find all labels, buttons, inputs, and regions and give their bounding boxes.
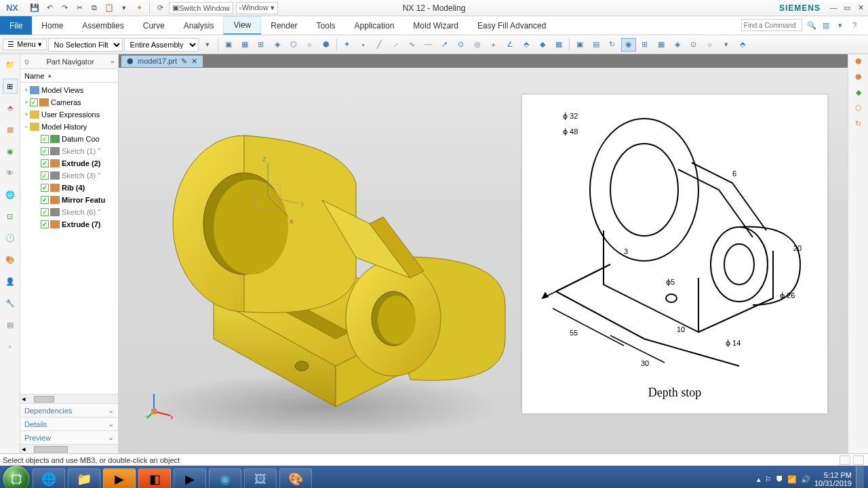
section-dependencies[interactable]: Dependencies⌄ (20, 403, 118, 417)
tray-volume-icon[interactable]: 🔊 (801, 475, 810, 484)
tb-icon-13[interactable]: 〰 (421, 38, 436, 52)
tree-item[interactable]: ✓Extrude (2) (20, 157, 118, 169)
tb-icon-12[interactable]: ∿ (405, 38, 420, 52)
rail-navigator-icon[interactable]: ⊞ (3, 79, 18, 94)
file-tab[interactable]: File (0, 16, 32, 35)
tb-icon-5[interactable]: ⬡ (286, 38, 301, 52)
tab-mold-wizard[interactable]: Mold Wizard (403, 16, 468, 35)
tab-analysis[interactable]: Analysis (174, 16, 224, 35)
tree-item[interactable]: ✓Sketch (1) " (20, 145, 118, 157)
tb-icon-2[interactable]: ▦ (237, 38, 252, 52)
tb-icon-27[interactable]: ▦ (654, 38, 669, 52)
show-desktop-button[interactable] (856, 466, 864, 488)
tb-icon-20[interactable]: ◆ (535, 38, 550, 52)
taskbar-pictures[interactable]: 🖼 (244, 468, 277, 488)
tb-icon-14[interactable]: ↗ (437, 38, 452, 52)
taskbar-app2[interactable]: ▶ (174, 468, 206, 488)
tray-up-icon[interactable]: ▴ (757, 475, 761, 484)
tray-clock[interactable]: 5:12 PM 10/31/2019 (814, 471, 852, 487)
more-icon[interactable]: ▾ (118, 2, 130, 14)
menu-button[interactable]: ☰ Menu ▾ (3, 39, 47, 50)
tree-item[interactable]: ✓Rib (4) (20, 182, 118, 194)
right-rail-icon-5[interactable]: ↻ (855, 119, 861, 128)
tb-icon-23[interactable]: ▤ (589, 38, 604, 52)
tb-icon-29[interactable]: ⊙ (686, 38, 701, 52)
status-icon-2[interactable] (853, 455, 864, 465)
rail-web-icon[interactable]: 🌐 (3, 187, 18, 202)
cut-icon[interactable]: ✂ (73, 2, 85, 14)
tab-render[interactable]: Render (261, 16, 307, 35)
tb-icon-16[interactable]: ◎ (470, 38, 485, 52)
rail-hd3d-icon[interactable]: 👁 (3, 165, 18, 180)
section-details[interactable]: Details⌄ (20, 417, 118, 430)
rail-finder-icon[interactable]: 📁 (3, 57, 18, 72)
tb-icon-31[interactable]: ▾ (719, 38, 734, 52)
tb-icon-9[interactable]: • (356, 38, 371, 52)
tb-icon-30[interactable]: ○ (703, 38, 717, 52)
right-rail-icon-2[interactable]: ⬣ (855, 73, 862, 81)
right-rail-icon-3[interactable]: ◆ (856, 88, 861, 97)
rail-more-icon[interactable]: ▫ (3, 339, 18, 354)
copy-icon[interactable]: ⧉ (88, 2, 100, 14)
layout-icon[interactable]: ▥ (821, 20, 831, 30)
paste-icon[interactable]: 📋 (103, 2, 115, 14)
tb-icon-6[interactable]: ○ (302, 38, 317, 52)
tab-curve[interactable]: Curve (134, 16, 174, 35)
tree-item[interactable]: ✓Sketch (3) " (20, 169, 118, 182)
section-preview[interactable]: Preview⌄ (20, 430, 118, 444)
tb-icon-10[interactable]: ╱ (372, 38, 387, 52)
tb-icon-26[interactable]: ⊞ (637, 38, 652, 52)
rail-layer-icon[interactable]: ▤ (3, 317, 18, 332)
tab-assemblies[interactable]: Assemblies (73, 16, 133, 35)
tree-item[interactable]: ✓Extrude (7) (20, 218, 118, 230)
rail-drafting-icon[interactable]: ⊡ (3, 209, 18, 224)
right-rail-icon-1[interactable]: ⬢ (855, 57, 862, 66)
undo-icon[interactable]: ↶ (43, 2, 56, 14)
open-file-tab[interactable]: ⬢ model17.prt ✎ ✕ (121, 56, 203, 67)
status-icon-1[interactable] (840, 455, 850, 465)
taskbar-app1[interactable]: ◧ (138, 468, 171, 488)
minimize-button[interactable]: — (829, 3, 838, 13)
find-command-input[interactable] (741, 19, 802, 31)
settings-icon[interactable]: ▾ (835, 20, 846, 30)
navigator-dock-icon[interactable]: ▫ (111, 58, 114, 66)
tray-network-icon[interactable]: 📶 (787, 475, 797, 484)
tb-icon-22[interactable]: ▣ (572, 38, 587, 52)
rail-role-icon[interactable]: 👤 (3, 274, 18, 289)
tb-icon-1[interactable]: ▣ (221, 38, 236, 52)
search-icon[interactable]: 🔍 (806, 20, 817, 30)
rail-constraint-icon[interactable]: ⬘ (3, 100, 18, 115)
tree-item[interactable]: +✓Cameras (20, 96, 118, 108)
tb-icon-4[interactable]: ◈ (270, 38, 285, 52)
tab-home[interactable]: Home (32, 16, 73, 35)
restore-button[interactable]: ▭ (842, 3, 852, 13)
tab-easy-fill[interactable]: Easy Fill Advanced (468, 16, 555, 35)
selection-filter-dropdown[interactable]: No Selection Filter (48, 38, 123, 52)
assembly-filter-dropdown[interactable]: Entire Assembly (124, 38, 199, 52)
rail-assembly-icon[interactable]: ▦ (3, 122, 18, 137)
tb-icon-24[interactable]: ↻ (605, 38, 620, 52)
tb-icon-15[interactable]: ⊙ (454, 38, 469, 52)
tab-application[interactable]: Application (345, 16, 404, 35)
tree-item[interactable]: +Model Views (20, 84, 118, 96)
tree-hscroll[interactable]: ◂ (20, 394, 118, 403)
rail-color-icon[interactable]: 🎨 (3, 252, 18, 267)
tb-icon-18[interactable]: ∠ (502, 38, 517, 52)
tray-shield-icon[interactable]: ⛊ (776, 475, 783, 483)
close-button[interactable]: ✕ (856, 3, 865, 13)
taskbar-chrome[interactable]: 🌐 (33, 468, 65, 488)
touch-icon[interactable]: ✦ (133, 2, 145, 14)
tb-icon-25[interactable]: ◉ (621, 38, 636, 52)
taskbar-explorer[interactable]: 📁 (68, 468, 100, 488)
tb-icon-7[interactable]: ⬢ (319, 38, 334, 52)
tb-icon-11[interactable]: ⟋ (389, 38, 403, 52)
tab-tools[interactable]: Tools (307, 16, 345, 35)
taskbar-media[interactable]: ▶ (103, 468, 136, 488)
tree-item[interactable]: +User Expressions (20, 108, 118, 121)
navigator-column-header[interactable]: Name▲ (20, 69, 118, 83)
taskbar-app3[interactable]: ◉ (209, 468, 241, 488)
rail-reuse-icon[interactable]: ◉ (3, 144, 18, 159)
graphics-viewport[interactable]: ⬢ model17.prt ✎ ✕ (119, 54, 848, 453)
tree-item[interactable]: −Model History (20, 121, 118, 133)
tray-flag-icon[interactable]: ⚐ (765, 475, 772, 484)
